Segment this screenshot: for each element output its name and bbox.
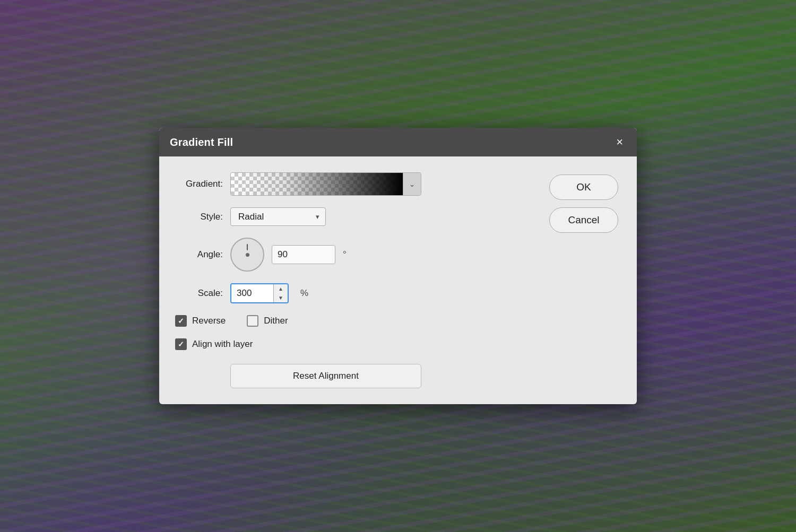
- align-checkbox[interactable]: ✓: [175, 338, 187, 350]
- dialog-actions: OK Cancel: [547, 172, 621, 388]
- scale-down-button[interactable]: ▼: [274, 293, 288, 302]
- gradient-fill-dialog: Gradient Fill × Gradient: ⌄ Style:: [159, 128, 637, 404]
- scale-input[interactable]: [231, 284, 273, 302]
- align-row: ✓ Align with layer: [175, 338, 536, 350]
- dial-tick: [247, 244, 248, 250]
- align-check-mark: ✓: [178, 340, 184, 348]
- align-label: Align with layer: [192, 339, 253, 350]
- reset-row: Reset Alignment: [175, 362, 536, 388]
- reverse-check-mark: ✓: [178, 317, 184, 325]
- gradient-preview-swatch: [231, 173, 403, 195]
- style-row: Style: Linear Radial Angle Reflected Dia…: [175, 207, 536, 226]
- gradient-preview-button[interactable]: ⌄: [230, 172, 421, 196]
- dialog-overlay: Gradient Fill × Gradient: ⌄ Style:: [0, 0, 796, 532]
- dither-checkbox-item[interactable]: Dither: [247, 315, 288, 327]
- angle-input[interactable]: [272, 245, 335, 264]
- checkboxes-row: ✓ Reverse Dither: [175, 315, 536, 327]
- dither-checkbox[interactable]: [247, 315, 258, 327]
- align-checkbox-item[interactable]: ✓ Align with layer: [175, 338, 253, 350]
- reverse-checkbox[interactable]: ✓: [175, 315, 187, 327]
- gradient-row: Gradient: ⌄: [175, 172, 536, 196]
- style-select-wrap: Linear Radial Angle Reflected Diamond ▾: [230, 207, 326, 226]
- scale-spinner: ▲ ▼: [273, 284, 288, 302]
- dither-label: Dither: [264, 316, 288, 326]
- ok-button[interactable]: OK: [549, 175, 618, 200]
- gradient-dropdown-arrow[interactable]: ⌄: [403, 173, 421, 195]
- scale-up-button[interactable]: ▲: [274, 284, 288, 293]
- gradient-label: Gradient:: [175, 179, 223, 189]
- style-select[interactable]: Linear Radial Angle Reflected Diamond: [230, 207, 326, 226]
- angle-label: Angle:: [175, 249, 223, 260]
- reset-alignment-button[interactable]: Reset Alignment: [230, 364, 421, 388]
- percent-symbol: %: [300, 288, 308, 299]
- dialog-titlebar: Gradient Fill ×: [159, 128, 637, 156]
- dialog-form: Gradient: ⌄ Style: Linear Radial Angle: [175, 172, 536, 388]
- scale-label: Scale:: [175, 288, 223, 299]
- dialog-body: Gradient: ⌄ Style: Linear Radial Angle: [159, 156, 637, 404]
- degree-symbol: °: [343, 249, 347, 260]
- scale-input-wrap: ▲ ▼: [230, 283, 289, 303]
- style-label: Style:: [175, 212, 223, 222]
- reverse-label: Reverse: [192, 316, 226, 326]
- scale-row: Scale: ▲ ▼ %: [175, 283, 536, 303]
- dialog-title: Gradient Fill: [170, 136, 233, 149]
- dial-center: [246, 253, 249, 257]
- cancel-button[interactable]: Cancel: [549, 207, 618, 233]
- angle-dial[interactable]: [230, 238, 264, 272]
- angle-row: Angle: °: [175, 238, 536, 272]
- close-button[interactable]: ×: [613, 135, 626, 149]
- reverse-checkbox-item[interactable]: ✓ Reverse: [175, 315, 226, 327]
